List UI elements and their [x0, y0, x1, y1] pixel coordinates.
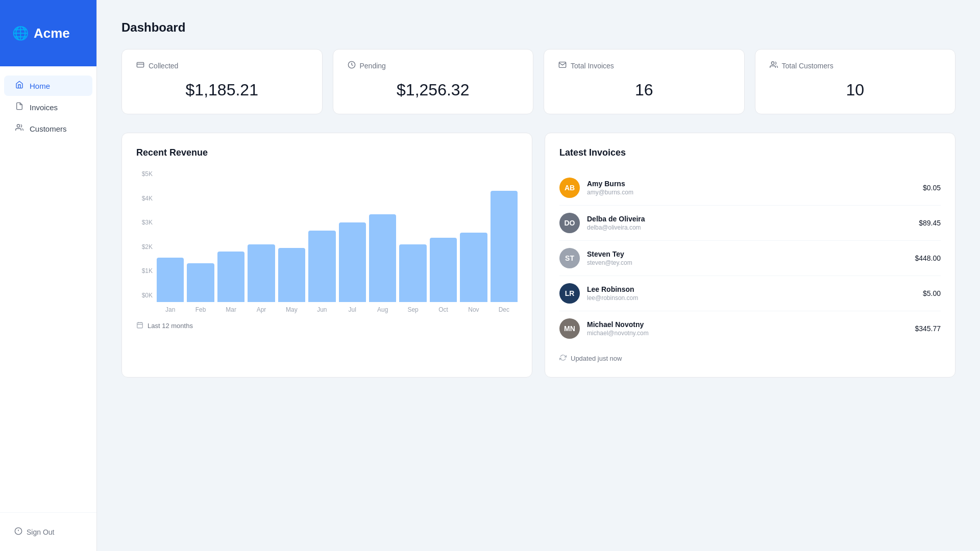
- bar-aug: [369, 214, 396, 303]
- invoice-email-3: lee@robinson.com: [587, 294, 916, 302]
- customers-icon: [14, 123, 24, 134]
- bar-group-apr: Apr: [248, 244, 275, 313]
- total-customers-icon: [770, 61, 778, 70]
- sidebar-footer: Sign Out: [0, 512, 96, 551]
- bar-label-oct: Oct: [438, 306, 448, 313]
- invoice-amount-2: $448.00: [915, 254, 941, 262]
- invoice-item-4: MNMichael Novotnymichael@novotny.com$345…: [559, 311, 941, 346]
- stat-value-collected: $1,185.21: [136, 81, 308, 99]
- sidebar-item-home[interactable]: Home: [4, 76, 92, 96]
- bar-jul: [339, 222, 366, 302]
- sign-out-button[interactable]: Sign Out: [8, 523, 88, 541]
- invoice-info-2: Steven Teysteven@tey.com: [587, 250, 908, 266]
- invoice-name-1: Delba de Oliveira: [587, 215, 912, 223]
- refresh-icon: [559, 354, 567, 363]
- bar-label-sep: Sep: [407, 306, 418, 313]
- invoice-info-0: Amy Burnsamy@burns.com: [587, 180, 916, 196]
- invoice-info-1: Delba de Oliveiradelba@oliveira.com: [587, 215, 912, 231]
- svg-point-0: [17, 124, 19, 127]
- chart-title: Recent Revenue: [136, 147, 518, 158]
- bar-label-aug: Aug: [377, 306, 388, 313]
- invoices-list: ABAmy Burnsamy@burns.com$0.05DODelba de …: [559, 170, 941, 346]
- bar-dec: [491, 191, 518, 303]
- bar-group-sep: Sep: [399, 244, 426, 313]
- bar-label-jul: Jul: [349, 306, 356, 313]
- invoice-email-2: steven@tey.com: [587, 259, 908, 266]
- bar-group-may: May: [278, 248, 305, 313]
- invoice-item-3: LRLee Robinsonlee@robinson.com$5.00: [559, 276, 941, 311]
- invoice-info-3: Lee Robinsonlee@robinson.com: [587, 285, 916, 302]
- sidebar-item-invoices-label: Invoices: [30, 103, 58, 112]
- total-invoices-icon: [558, 61, 567, 70]
- bar-group-dec: Dec: [491, 191, 518, 314]
- bar-label-apr: Apr: [257, 306, 266, 313]
- bar-label-dec: Dec: [499, 306, 509, 313]
- bar-group-mar: Mar: [217, 252, 244, 313]
- stat-card-total-customers: Total Customers 10: [755, 49, 956, 114]
- svg-rect-8: [137, 322, 143, 328]
- stat-label-collected: Collected: [136, 61, 308, 70]
- invoices-icon: [14, 102, 24, 112]
- invoice-amount-3: $5.00: [923, 289, 941, 297]
- calendar-icon: [136, 321, 143, 330]
- stat-value-pending: $1,256.32: [348, 81, 519, 99]
- invoice-info-4: Michael Novotnymichael@novotny.com: [587, 320, 908, 337]
- bar-group-nov: Nov: [460, 233, 487, 313]
- invoices-footer-label: Updated just now: [571, 355, 622, 362]
- app-name: Acme: [34, 26, 70, 41]
- stat-card-pending: Pending $1,256.32: [333, 49, 534, 114]
- chart-y-axis: $5K $4K $3K $2K $1K $0K: [136, 170, 153, 313]
- bars-container: JanFebMarAprMayJunJulAugSepOctNovDec: [157, 170, 518, 313]
- bar-label-mar: Mar: [226, 306, 236, 313]
- invoice-item-2: STSteven Teysteven@tey.com$448.00: [559, 241, 941, 276]
- chart-card: Recent Revenue $5K $4K $3K $2K $1K $0K J…: [121, 133, 532, 378]
- chart-area: $5K $4K $3K $2K $1K $0K JanFebMarAprMayJ…: [136, 170, 518, 313]
- bar-jan: [157, 258, 184, 302]
- bar-group-jul: Jul: [339, 222, 366, 313]
- invoice-name-0: Amy Burns: [587, 180, 916, 188]
- avatar-0: AB: [559, 178, 580, 198]
- stat-label-pending: Pending: [348, 61, 519, 70]
- sidebar-nav: Home Invoices Customers: [0, 66, 96, 512]
- invoice-amount-4: $345.77: [915, 324, 941, 333]
- invoice-item-0: ABAmy Burnsamy@burns.com$0.05: [559, 170, 941, 206]
- pending-icon: [348, 61, 356, 70]
- bar-label-feb: Feb: [195, 306, 206, 313]
- bar-sep: [399, 244, 426, 302]
- bottom-row: Recent Revenue $5K $4K $3K $2K $1K $0K J…: [121, 133, 955, 378]
- bar-may: [278, 248, 305, 302]
- bar-label-jun: Jun: [317, 306, 327, 313]
- latest-invoices-card: Latest Invoices ABAmy Burnsamy@burns.com…: [545, 133, 955, 378]
- invoice-amount-1: $89.45: [919, 219, 941, 227]
- bar-group-jan: Jan: [157, 258, 184, 313]
- sidebar-item-invoices[interactable]: Invoices: [4, 97, 92, 117]
- bar-jun: [308, 231, 335, 302]
- sidebar-item-home-label: Home: [30, 82, 50, 90]
- stat-card-total-invoices: Total Invoices 16: [544, 49, 745, 114]
- stat-value-total-customers: 10: [770, 81, 941, 99]
- invoice-email-4: michael@novotny.com: [587, 330, 908, 337]
- stat-value-total-invoices: 16: [558, 81, 730, 99]
- sidebar-item-customers[interactable]: Customers: [4, 118, 92, 139]
- bar-feb: [187, 263, 214, 302]
- invoice-email-0: amy@burns.com: [587, 189, 916, 196]
- stat-card-collected: Collected $1,185.21: [121, 49, 323, 114]
- bar-group-jun: Jun: [308, 231, 335, 313]
- invoice-email-1: delba@oliveira.com: [587, 224, 912, 231]
- invoice-amount-0: $0.05: [923, 184, 941, 192]
- svg-point-7: [771, 62, 774, 64]
- avatar-1: DO: [559, 213, 580, 233]
- sidebar-logo: 🌐 Acme: [0, 0, 96, 66]
- avatar-2: ST: [559, 248, 580, 268]
- collected-icon: [136, 61, 144, 70]
- bar-nov: [460, 233, 487, 302]
- main-content: Dashboard Collected $1,185.21 Pending $1…: [97, 0, 980, 551]
- invoice-name-3: Lee Robinson: [587, 285, 916, 293]
- sign-out-icon: [14, 527, 22, 537]
- invoice-name-4: Michael Novotny: [587, 320, 908, 329]
- sign-out-label: Sign Out: [27, 528, 54, 536]
- bar-oct: [430, 238, 457, 303]
- avatar-3: LR: [559, 283, 580, 304]
- invoices-footer: Updated just now: [559, 354, 941, 363]
- bar-label-jan: Jan: [165, 306, 175, 313]
